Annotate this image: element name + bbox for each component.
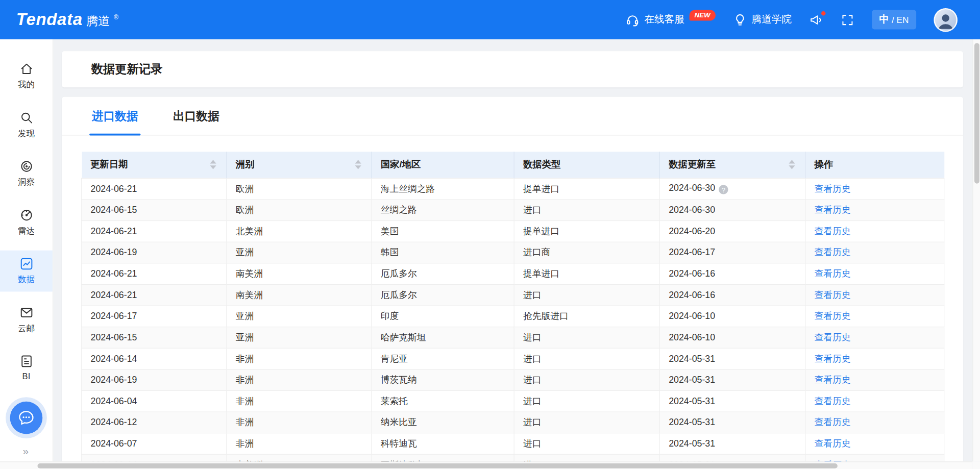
updated-to-value: 2024-06-17 [669,248,715,258]
updated-to-value: 2024-06-30 [669,205,715,215]
expand-icon [841,13,854,27]
sidebar-item-discover[interactable]: 发现 [0,104,53,145]
sidebar-item-insight[interactable]: 洞察 [0,153,53,194]
view-history-link[interactable]: 查看历史 [815,396,851,406]
registered-mark: ® [114,14,118,20]
cell-continent: 南美洲 [227,263,372,284]
cell-continent: 非洲 [227,411,372,433]
cell-updated-to: 2024-06-17 [659,242,805,263]
cell-region: 科特迪瓦 [372,433,514,454]
table-row: 2024-06-14中美洲哥斯达黎加进口2024-05-31查看历史 [82,454,944,462]
tab-import-data[interactable]: 进口数据 [92,97,138,135]
column-header: 操作 [805,152,944,178]
language-toggle[interactable]: 中 / EN [872,10,916,30]
column-header[interactable]: 更新日期 [82,152,227,178]
cell-action: 查看历史 [805,369,944,390]
horizontal-scrollbar[interactable] [0,461,972,469]
cell-data-type: 进口 [514,284,659,306]
sort-icon[interactable] [788,159,796,170]
topbar-right: 在线客服 NEW 腾道学院 [626,8,958,32]
view-history-link[interactable]: 查看历史 [815,353,851,363]
cell-action: 查看历史 [805,327,944,348]
view-history-link[interactable]: 查看历史 [815,247,851,257]
horizontal-scrollbar-thumb[interactable] [37,463,837,468]
cell-action: 查看历史 [805,242,944,263]
view-history-link[interactable]: 查看历史 [815,332,851,342]
table-row: 2024-06-17亚洲印度抢先版进口2024-06-10查看历史 [82,305,944,327]
chat-button[interactable] [10,402,43,434]
content-card: 进口数据出口数据 更新日期洲别国家/地区数据类型数据更新至操作 2024-06-… [62,97,963,462]
notification-dot [820,10,826,16]
sidebar-item-mail[interactable]: 云邮 [0,299,53,340]
cell-update-date: 2024-06-17 [82,305,227,327]
cell-updated-to: 2024-05-31 [659,390,805,412]
sort-icon[interactable] [354,159,362,170]
cell-action: 查看历史 [805,348,944,369]
view-history-link[interactable]: 查看历史 [815,183,851,193]
cell-continent: 欧洲 [227,178,372,200]
cell-update-date: 2024-06-21 [82,178,227,200]
view-history-link[interactable]: 查看历史 [815,311,851,321]
avatar[interactable] [934,8,958,32]
view-history-link[interactable]: 查看历史 [815,205,851,215]
cell-updated-to: 2024-06-10 [659,327,805,348]
updated-to-value: 2024-05-31 [669,375,715,385]
sidebar-item-mine[interactable]: 我的 [0,56,53,97]
cell-update-date: 2024-06-14 [82,454,227,462]
sidebar-item-bi[interactable]: BI [0,348,53,387]
academy-link[interactable]: 腾道学院 [733,13,792,27]
home-icon [19,62,33,76]
sort-icon[interactable] [209,159,217,170]
cell-region: 哈萨克斯坦 [372,327,514,348]
sidebar-item-radar[interactable]: 雷达 [0,202,53,243]
cell-update-date: 2024-06-19 [82,369,227,390]
cell-action: 查看历史 [805,390,944,412]
help-icon[interactable]: ? [719,185,728,194]
cell-update-date: 2024-06-19 [82,242,227,263]
view-history-link[interactable]: 查看历史 [815,226,851,236]
sidebar: 我的发现洞察雷达数据云邮BI » [0,39,53,461]
view-history-link[interactable]: 查看历史 [815,417,851,427]
cell-region: 丝绸之路 [372,199,514,220]
logo-text: Tendata [16,10,83,30]
logo[interactable]: Tendata 腾道 ® [16,10,118,30]
vertical-scrollbar-thumb[interactable] [974,43,979,183]
cell-action: 查看历史 [805,433,944,454]
cell-update-date: 2024-06-12 [82,411,227,433]
cell-action: 查看历史 [805,454,944,462]
data-icon [19,257,33,271]
cell-updated-to: 2024-06-30 [659,199,805,220]
column-header[interactable]: 数据更新至 [659,152,805,178]
column-header: 国家/地区 [372,152,514,178]
collapse-sidebar-button[interactable]: » [0,445,53,457]
cell-data-type: 进口 [514,369,659,390]
tab-export-data[interactable]: 出口数据 [173,97,219,135]
cell-region: 厄瓜多尔 [372,284,514,306]
table-row: 2024-06-15欧洲丝绸之路进口2024-06-30查看历史 [82,199,944,220]
online-service-link[interactable]: 在线客服 NEW [626,13,716,27]
mail-icon [19,305,33,319]
view-history-link[interactable]: 查看历史 [815,289,851,300]
cell-region: 韩国 [372,242,514,263]
cell-updated-to: 2024-05-31 [659,348,805,369]
view-history-link[interactable]: 查看历史 [815,375,851,385]
cell-updated-to: 2024-06-30? [659,178,805,200]
view-history-link[interactable]: 查看历史 [815,268,851,279]
vertical-scrollbar[interactable] [972,39,980,461]
user-silhouette-icon [936,10,955,30]
announcements-button[interactable] [809,13,823,27]
cell-region: 博茨瓦纳 [372,369,514,390]
view-history-link[interactable]: 查看历史 [815,438,851,448]
sidebar-item-label: 云邮 [18,323,35,334]
cell-action: 查看历史 [805,178,944,200]
cell-updated-to: 2024-06-16 [659,284,805,306]
page-title: 数据更新记录 [91,61,163,78]
topbar: Tendata 腾道 ® 在线客服 NEW [0,0,980,39]
sidebar-item-data[interactable]: 数据 [0,251,53,292]
lightbulb-icon [733,13,747,27]
column-label: 更新日期 [90,159,128,170]
updated-to-value: 2024-06-16 [669,268,715,279]
column-header[interactable]: 洲别 [227,152,372,178]
cell-action: 查看历史 [805,305,944,327]
fullscreen-button[interactable] [841,13,854,27]
